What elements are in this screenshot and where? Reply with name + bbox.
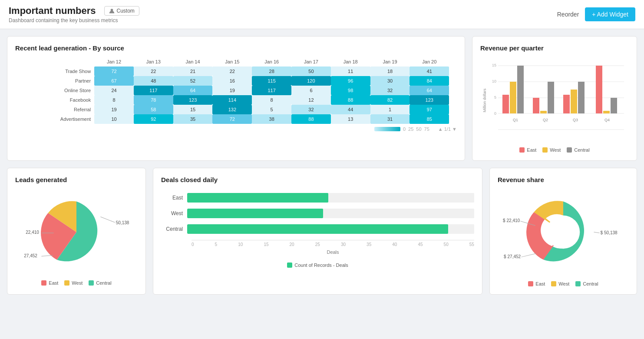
- heatmap-cell: 19: [212, 86, 252, 95]
- heatmap-cell: 52: [173, 76, 213, 86]
- add-widget-button[interactable]: + Add Widget: [585, 7, 635, 21]
- deals-west-track: [187, 209, 474, 218]
- revenue-share-title: Revenue share: [498, 176, 629, 183]
- svg-rect-13: [517, 66, 524, 113]
- deals-chart-area: East West Central: [161, 189, 474, 259]
- deals-east-track: [187, 193, 474, 203]
- scale-50: 50: [416, 126, 421, 132]
- heatmap-cell: 31: [370, 114, 410, 124]
- heatmap-cell: 22: [134, 66, 173, 76]
- heatmap-cell: 88: [331, 95, 370, 105]
- table-row: Online Store2411764191176983264: [15, 86, 457, 95]
- deals-card: Deals closed daily East West: [153, 168, 482, 295]
- heatmap-cell: 24: [94, 86, 134, 95]
- deals-central-label: Central: [161, 226, 187, 232]
- deals-central-row: Central: [161, 224, 474, 234]
- svg-text:Q2: Q2: [543, 118, 548, 122]
- page-title: Important numbers: [9, 5, 96, 17]
- svg-rect-16: [540, 111, 547, 113]
- scale-bar: [374, 127, 400, 131]
- heatmap-cell: 1: [370, 105, 410, 114]
- heatmap-cell: 64: [410, 86, 449, 95]
- scale-75: 75: [424, 126, 429, 132]
- leads-legend-east: East: [41, 280, 58, 286]
- heatmap-col-header: Jan 12: [94, 57, 134, 66]
- heatmap-cell: 8: [94, 95, 134, 105]
- heatmap-col-header: Jan 15: [212, 57, 252, 66]
- heatmap-cell: 21: [173, 66, 213, 76]
- deals-legend: Count of Records - Deals: [161, 263, 474, 268]
- svg-text:50,138: 50,138: [116, 220, 129, 225]
- heatmap-cell: 117: [134, 86, 173, 95]
- heatmap-col-header: Jan 19: [370, 57, 410, 66]
- svg-rect-24: [603, 111, 610, 113]
- svg-text:$ 22,410: $ 22,410: [503, 218, 520, 223]
- heatmap-table: Jan 12Jan 13Jan 14Jan 15Jan 16Jan 17Jan …: [15, 57, 457, 124]
- table-row: Trade Show722221222850111841: [15, 66, 457, 76]
- revenue-chart-area: Million dollars 15 10 5 0 Q1: [480, 57, 629, 144]
- table-row: Partner67485216115120963084: [15, 76, 457, 86]
- heatmap-cell: 16: [212, 76, 252, 86]
- heatmap-cell: 72: [212, 114, 252, 124]
- scale-25: 25: [408, 126, 413, 132]
- heatmap-cell: 123: [410, 95, 449, 105]
- deals-axis-line: [192, 240, 474, 240]
- deals-title: Deals closed daily: [161, 176, 474, 183]
- svg-text:Q1: Q1: [513, 118, 518, 122]
- revenue-title: Revenue per quarter: [480, 44, 629, 52]
- legend-central: Central: [567, 147, 589, 153]
- heatmap-cell: 114: [212, 95, 252, 105]
- leads-title: Leads generated: [15, 176, 138, 183]
- heatmap-cell: 6: [291, 86, 331, 95]
- east-dot: [519, 147, 525, 153]
- deals-x-axis: 0 5 10 15 20 25 30 35 40 45 50 55: [192, 242, 474, 247]
- svg-rect-25: [611, 98, 617, 113]
- svg-point-33: [547, 216, 580, 249]
- svg-line-32: [41, 255, 53, 256]
- revenue-legend: East West Central: [480, 147, 629, 153]
- page-header: Important numbers Custom Dashboard conta…: [0, 0, 644, 29]
- table-row: Advertisement109235723888133185: [15, 114, 457, 124]
- heatmap-cell: 88: [291, 114, 331, 124]
- heatmap-cell: 115: [252, 76, 291, 86]
- deals-central-bar: [187, 224, 448, 234]
- heatmap-cell: 35: [173, 114, 213, 124]
- leads-card: Leads generated 22,410 50,138 27,: [7, 168, 146, 295]
- svg-text:Million dollars: Million dollars: [482, 88, 487, 112]
- deals-x-label: Deals: [192, 249, 474, 255]
- svg-rect-19: [563, 95, 570, 113]
- heatmap-cell: 132: [212, 105, 252, 114]
- svg-text:27,452: 27,452: [24, 253, 37, 258]
- heatmap-row-label: Partner: [15, 76, 94, 86]
- heatmap-row-label: Trade Show: [15, 66, 94, 76]
- heatmap-cell: 117: [252, 86, 291, 95]
- heatmap-cell: 8: [252, 95, 291, 105]
- heatmap-row-label: Advertisement: [15, 114, 94, 124]
- svg-rect-20: [571, 90, 577, 113]
- heatmap-cell: 10: [94, 114, 134, 124]
- user-icon: [109, 8, 115, 14]
- custom-badge[interactable]: Custom: [104, 6, 139, 16]
- heatmap-cell: 92: [134, 114, 173, 124]
- revenue-svg: Million dollars 15 10 5 0 Q1: [480, 57, 629, 144]
- leads-svg: 22,410 50,138 27,452: [15, 189, 138, 276]
- heatmap-cell: 28: [252, 66, 291, 76]
- reorder-button[interactable]: Reorder: [557, 11, 579, 18]
- table-row: Facebook8781231148128882123: [15, 95, 457, 105]
- heatmap-cell: 12: [291, 95, 331, 105]
- deals-west-row: West: [161, 209, 474, 218]
- legend-east: East: [519, 147, 536, 153]
- heatmap-cell: 11: [331, 66, 370, 76]
- revenue-card: Revenue per quarter Million dollars 15 1…: [472, 36, 637, 161]
- svg-text:5: 5: [494, 95, 496, 100]
- heatmap-table-wrap: Jan 12Jan 13Jan 14Jan 15Jan 16Jan 17Jan …: [15, 57, 457, 124]
- heatmap-col-header: Jan 18: [331, 57, 370, 66]
- leads-legend: East West Central: [15, 280, 138, 286]
- heatmap-cell: 84: [410, 76, 449, 86]
- heatmap-cell: 58: [134, 105, 173, 114]
- svg-text:$ 27,452: $ 27,452: [504, 254, 521, 259]
- svg-text:Q4: Q4: [604, 118, 610, 122]
- svg-text:10: 10: [492, 79, 496, 83]
- heatmap-cell: 38: [252, 114, 291, 124]
- deals-central-track: [187, 224, 474, 234]
